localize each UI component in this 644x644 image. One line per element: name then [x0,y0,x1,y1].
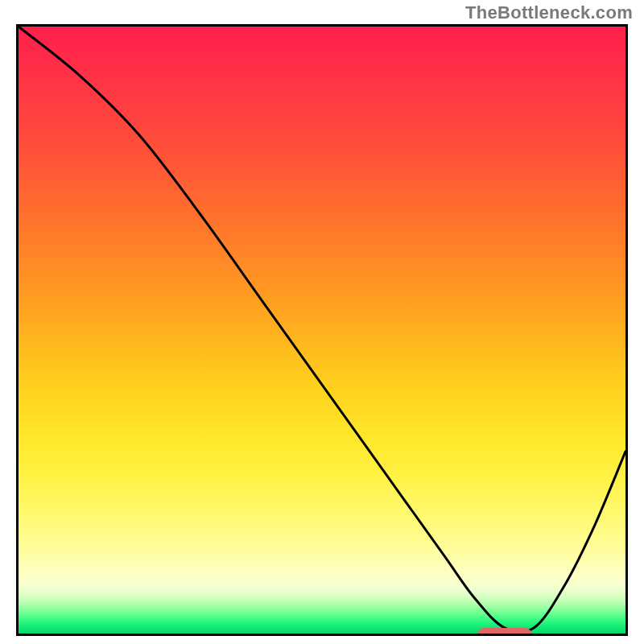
chart-curve-layer [19,27,625,634]
chart-plot-area [16,24,628,636]
watermark-text: TheBottleneck.com [465,2,633,23]
bottleneck-curve-path [19,27,625,632]
optimal-range-marker [477,628,532,636]
